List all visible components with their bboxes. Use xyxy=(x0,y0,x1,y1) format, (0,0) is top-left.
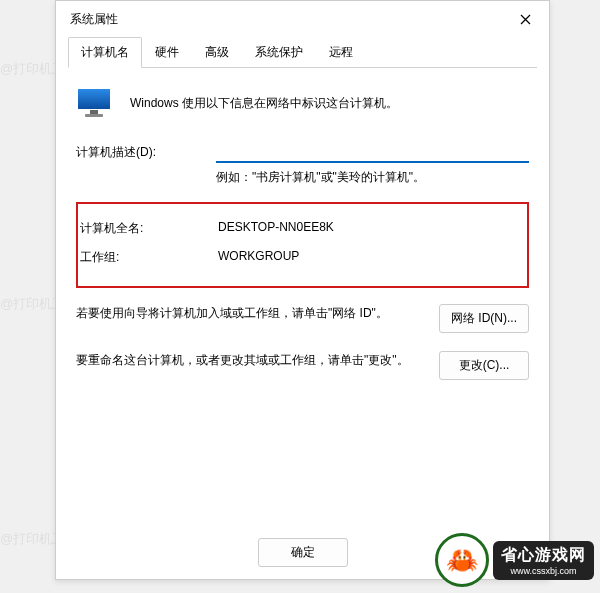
workgroup-label: 工作组: xyxy=(78,249,218,266)
logo-text: 省心游戏网 www.cssxbj.com xyxy=(493,541,594,580)
workgroup-row: 工作组: WORKGROUP xyxy=(78,245,527,274)
description-row: 计算机描述(D): xyxy=(76,141,529,163)
description-label: 计算机描述(D): xyxy=(76,144,216,161)
full-name-value: DESKTOP-NN0EE8K xyxy=(218,220,527,237)
network-id-row: 若要使用向导将计算机加入域或工作组，请单击"网络 ID"。 网络 ID(N)..… xyxy=(76,304,529,333)
svg-rect-3 xyxy=(85,114,103,117)
tab-content: Windows 使用以下信息在网络中标识这台计算机。 计算机描述(D): 例如：… xyxy=(56,69,549,408)
intro-text: Windows 使用以下信息在网络中标识这台计算机。 xyxy=(130,95,398,112)
description-input[interactable] xyxy=(216,141,529,163)
logo-url: www.cssxbj.com xyxy=(501,566,586,576)
dialog-title: 系统属性 xyxy=(70,11,118,28)
full-name-label: 计算机全名: xyxy=(78,220,218,237)
close-icon xyxy=(520,14,531,25)
system-properties-dialog: 系统属性 计算机名 硬件 高级 系统保护 远程 Windows 使用以下信息在网… xyxy=(55,0,550,580)
titlebar: 系统属性 xyxy=(56,1,549,37)
description-example: 例如："书房计算机"或"美玲的计算机"。 xyxy=(216,169,529,186)
logo-title: 省心游戏网 xyxy=(501,545,586,566)
site-logo: 🦀 省心游戏网 www.cssxbj.com xyxy=(435,533,594,587)
intro-row: Windows 使用以下信息在网络中标识这台计算机。 xyxy=(76,87,529,119)
network-id-button[interactable]: 网络 ID(N)... xyxy=(439,304,529,333)
tab-bar: 计算机名 硬件 高级 系统保护 远程 xyxy=(56,37,549,69)
tab-hardware[interactable]: 硬件 xyxy=(142,37,192,68)
close-button[interactable] xyxy=(509,7,541,31)
tab-remote[interactable]: 远程 xyxy=(316,37,366,68)
svg-rect-2 xyxy=(90,110,98,114)
change-button[interactable]: 更改(C)... xyxy=(439,351,529,380)
highlight-box: 计算机全名: DESKTOP-NN0EE8K 工作组: WORKGROUP xyxy=(76,202,529,288)
change-text: 要重命名这台计算机，或者更改其域或工作组，请单击"更改"。 xyxy=(76,351,425,370)
workgroup-value: WORKGROUP xyxy=(218,249,527,266)
svg-rect-1 xyxy=(78,89,110,109)
change-row: 要重命名这台计算机，或者更改其域或工作组，请单击"更改"。 更改(C)... xyxy=(76,351,529,380)
ok-button[interactable]: 确定 xyxy=(258,538,348,567)
full-name-row: 计算机全名: DESKTOP-NN0EE8K xyxy=(78,216,527,245)
tab-computer-name[interactable]: 计算机名 xyxy=(68,37,142,68)
crab-icon: 🦀 xyxy=(435,533,489,587)
tab-advanced[interactable]: 高级 xyxy=(192,37,242,68)
network-id-text: 若要使用向导将计算机加入域或工作组，请单击"网络 ID"。 xyxy=(76,304,425,323)
monitor-icon xyxy=(76,87,112,119)
tab-system-protection[interactable]: 系统保护 xyxy=(242,37,316,68)
